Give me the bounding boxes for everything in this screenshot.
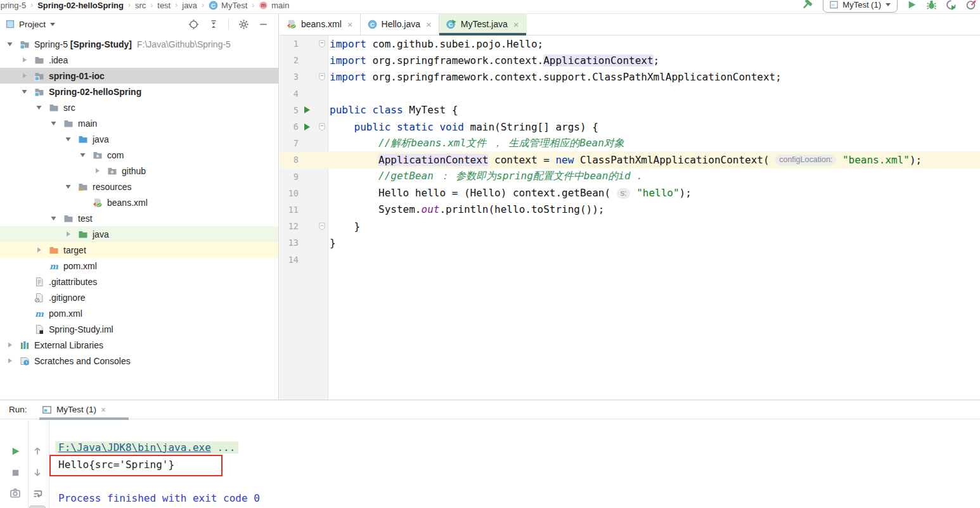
code-line: 6 public static void main(String[] args)… (280, 118, 980, 135)
expand-arrow-icon[interactable] (17, 88, 32, 95)
expand-arrow-icon[interactable] (32, 104, 46, 111)
run-line-icon[interactable] (299, 123, 315, 131)
run-line-icon[interactable] (299, 106, 315, 114)
folder-module-icon (34, 71, 45, 81)
folder-gray-icon (63, 213, 74, 224)
scrollend-button[interactable] (29, 505, 46, 508)
code-line: 2import org.springframework.context.Appl… (280, 52, 980, 68)
tree-item-label: Spring-Study.iml (49, 324, 113, 334)
expand-arrow-icon[interactable] (61, 231, 75, 238)
breadcrumb: Spring-5›Spring-02-helloSpring›src›test›… (0, 0, 289, 13)
tree-item-src[interactable]: src (0, 99, 278, 115)
folder-orange-icon (49, 245, 60, 255)
tree-item-spring-study-iml[interactable]: Spring-Study.iml (0, 321, 278, 337)
settings-button[interactable] (238, 19, 249, 30)
line-number: 11 (280, 205, 299, 215)
folder-gray-icon (63, 118, 74, 129)
class-c-icon: C (209, 1, 218, 10)
console-link[interactable]: F:\Java\JDK8\bin\java.exe ... (55, 441, 238, 454)
run-tab[interactable]: MyTest (1) × (39, 400, 108, 419)
breadcrumb-item-spring-5[interactable]: Spring-5 (0, 1, 26, 10)
arrow-up-button[interactable] (29, 443, 46, 459)
console-output[interactable]: F:\Java\JDK8\bin\java.exe ...Hello{src='… (49, 440, 260, 507)
tree-item-resources[interactable]: resources (0, 179, 278, 194)
breadcrumb-item-main[interactable]: mmain (259, 1, 289, 10)
tree-item-com[interactable]: com (0, 147, 278, 163)
line-number: 14 (280, 255, 299, 265)
tree-item-test[interactable]: test (0, 210, 278, 226)
line-number: 4 (280, 89, 299, 99)
expand-arrow-icon[interactable] (17, 56, 32, 63)
breadcrumb-item-mytest[interactable]: CMyTest (209, 1, 247, 10)
tree-item-gitattributes[interactable]: .gitattributes (0, 274, 278, 289)
fold-icon[interactable] (315, 73, 328, 81)
code-line: 4 (280, 86, 980, 102)
expand-arrow-icon[interactable] (75, 151, 90, 158)
expand-arrow-icon[interactable] (61, 136, 75, 143)
tree-item-java[interactable]: java (0, 131, 278, 147)
console-text: Process finished with exit code 0 (58, 492, 260, 504)
code-text: System.out.println(hello.toString()); (328, 203, 605, 215)
line-number: 5 (280, 105, 299, 115)
close-icon[interactable]: × (101, 405, 106, 415)
tree-item-idea[interactable]: .idea (0, 52, 278, 68)
fold-icon[interactable] (315, 222, 328, 231)
editor-tab-bar: beans.xml×CHello.java×CMyTest.java× (280, 13, 980, 35)
tree-item-spring-5[interactable]: Spring-5 [Spring-Study]F:\Java\Github\Sp… (0, 36, 278, 52)
tree-item-gitignore[interactable]: .gitignore (0, 289, 278, 305)
arrow-down-button[interactable] (29, 464, 46, 481)
close-icon[interactable]: × (347, 20, 353, 29)
breadcrumb-label: java (182, 1, 197, 10)
stop-button[interactable] (7, 464, 23, 481)
rerun-button[interactable] (7, 443, 23, 459)
tree-item-github[interactable]: github (0, 163, 278, 179)
tree-item-java[interactable]: java (0, 226, 278, 242)
profiler-button[interactable] (965, 0, 976, 10)
breadcrumb-item-test[interactable]: test (157, 1, 171, 10)
expand-arrow-icon[interactable] (46, 120, 61, 127)
chevron-down-icon[interactable] (49, 22, 56, 27)
tree-item-label: resources (93, 182, 131, 192)
tree-item-spring-02-hellospring[interactable]: Spring-02-helloSpring (0, 84, 278, 99)
tab-beans-xml[interactable]: beans.xml× (280, 13, 361, 35)
expand-arrow-icon[interactable] (46, 215, 61, 222)
tab-hello-java[interactable]: CHello.java× (361, 13, 439, 35)
breadcrumb-item-src[interactable]: src (135, 1, 146, 10)
breadcrumb-item-java[interactable]: java (182, 1, 197, 10)
expand-arrow-icon[interactable] (3, 341, 17, 348)
tree-item-external-libraries[interactable]: External Libraries (0, 337, 278, 353)
run-configuration-select[interactable]: MyTest (1) (823, 0, 898, 13)
expand-arrow-icon[interactable] (61, 183, 75, 190)
tree-item-scratches-and-consoles[interactable]: Scratches and Consoles (0, 353, 278, 369)
fold-icon[interactable] (315, 40, 328, 48)
code-text: ApplicationContext context = new ClassPa… (328, 154, 922, 166)
hide-button[interactable] (259, 20, 268, 29)
tree-item-pom-xml[interactable]: mpom.xml (0, 305, 278, 321)
tab-mytest-java[interactable]: CMyTest.java× (439, 13, 527, 35)
tree-item-pom-xml[interactable]: mpom.xml (0, 258, 278, 274)
tree-item-target[interactable]: target (0, 242, 278, 258)
collapse-all-button[interactable] (209, 19, 219, 29)
camera-button[interactable] (7, 485, 23, 501)
locate-button[interactable] (188, 19, 199, 30)
expand-arrow-icon[interactable] (17, 72, 32, 79)
tree-item-beans-xml[interactable]: beans.xml (0, 194, 278, 210)
fold-icon[interactable] (315, 123, 328, 131)
expand-arrow-icon[interactable] (3, 41, 17, 48)
expand-arrow-icon[interactable] (3, 357, 17, 364)
run-button[interactable] (906, 0, 917, 10)
divider (228, 18, 229, 30)
code-editor[interactable]: 1import com.github.subei.pojo.Hello;2imp… (280, 35, 980, 400)
code-line: 3import org.springframework.context.supp… (280, 68, 980, 85)
close-icon[interactable]: × (426, 20, 432, 29)
breadcrumb-item-spring-02-hellospring[interactable]: Spring-02-helloSpring (37, 1, 124, 10)
debug-button[interactable] (926, 0, 937, 10)
close-icon[interactable]: × (513, 20, 519, 29)
coverage-button[interactable] (946, 0, 957, 10)
hammer-button[interactable] (801, 0, 814, 11)
tree-item-spring-01-ioc[interactable]: spring-01-ioc (0, 68, 278, 84)
softwrap-button[interactable] (29, 485, 46, 502)
expand-arrow-icon[interactable] (90, 167, 105, 174)
expand-arrow-icon[interactable] (32, 246, 46, 253)
tree-item-main[interactable]: main (0, 115, 278, 131)
